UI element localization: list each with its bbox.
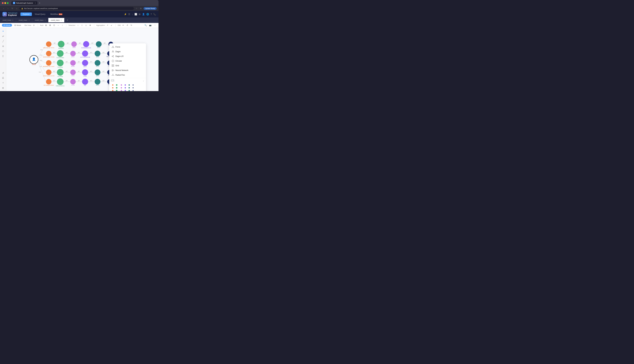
sidebar-shape-icon[interactable]: ⬡ xyxy=(1,49,5,53)
edit-btn-3[interactable]: ↻ xyxy=(130,24,133,27)
layout-dagre-lr[interactable]: Dagre-LR xyxy=(109,54,146,59)
share-button[interactable]: ↑ xyxy=(153,24,157,27)
sidebar-help-icon[interactable]: ? xyxy=(1,81,5,85)
nav-visual-query[interactable]: Visual Query xyxy=(32,12,48,16)
minimize-button[interactable] xyxy=(4,2,6,4)
refresh-button[interactable]: ↻ xyxy=(10,7,14,10)
node-county4[interactable] xyxy=(82,69,88,75)
detection-btn-3[interactable]: ◇ xyxy=(84,24,88,27)
node-city4[interactable] xyxy=(95,70,100,75)
back-button[interactable]: ‹ xyxy=(2,7,5,10)
nav-explorer[interactable]: Explorer xyxy=(20,12,32,16)
auto-btn-1[interactable]: ⊞ xyxy=(44,24,48,27)
node-city2[interactable] xyxy=(95,51,100,56)
layout-force[interactable]: Force xyxy=(109,44,146,49)
detection-btn-4[interactable]: ⊗ xyxy=(88,24,92,27)
node-town1[interactable] xyxy=(71,41,77,47)
node-town2[interactable] xyxy=(70,51,76,56)
browser-tab-nebula[interactable]: N NebulaGraph Explorer ✕ xyxy=(12,1,38,5)
tab-3[interactable]: covid_trace ✕ xyxy=(32,18,48,22)
layout-circular[interactable]: Circular xyxy=(109,59,146,63)
node-county1[interactable] xyxy=(83,41,89,47)
schema-icon[interactable]: ⚡ xyxy=(124,13,127,16)
node-addr3[interactable] xyxy=(46,60,52,66)
auto-btn-3[interactable]: ⊡ xyxy=(52,24,56,27)
export-icon[interactable]: ⬜ xyxy=(134,13,137,16)
globe-icon[interactable]: 🌐 xyxy=(146,13,149,16)
tab-2[interactable]: covid_trace ✕ xyxy=(16,18,32,22)
node-city1[interactable] xyxy=(96,41,102,47)
tab-4[interactable]: covid_trace ✕ xyxy=(48,18,64,22)
svg-text:属于: 属于 xyxy=(90,80,92,81)
phone-icon[interactable]: 📞 xyxy=(153,13,156,16)
edit-btn-2[interactable]: ↺ xyxy=(126,24,129,27)
sidebar-edge-icon[interactable]: ╱ xyxy=(1,39,5,43)
node-addr1[interactable] xyxy=(46,41,52,47)
node-county2[interactable] xyxy=(82,50,88,56)
help-icon[interactable]: ? xyxy=(150,13,152,16)
auto-btn-5[interactable]: ↕ xyxy=(60,24,64,27)
node-village1[interactable] xyxy=(58,41,64,48)
edit-btn-1[interactable]: ✏ xyxy=(122,24,125,27)
canvas-area[interactable]: 👤 李桂来 到访 丰都北京路J座 725701 属于 普莫村委会 属于 汤都乡 xyxy=(6,28,158,91)
layout-grid[interactable]: Grid xyxy=(109,63,146,68)
maximize-button[interactable] xyxy=(7,2,8,4)
extensions-icon[interactable]: ⚙ xyxy=(139,7,142,10)
node-town5[interactable] xyxy=(70,79,76,84)
tab-2-close[interactable]: ✕ xyxy=(28,19,30,21)
update-button[interactable]: Update Ready xyxy=(144,7,157,10)
layout-icon[interactable]: ⊞ xyxy=(139,13,140,16)
auto-btn-2[interactable]: ⊠ xyxy=(48,24,52,27)
detection-btn-2[interactable]: □ xyxy=(80,24,84,27)
node-village3[interactable] xyxy=(57,60,64,66)
home-button[interactable]: ⌂ xyxy=(15,7,18,10)
tab-1-close[interactable]: ✕ xyxy=(12,19,14,21)
sidebar-share-icon[interactable]: ⇄ xyxy=(1,34,5,38)
close-button[interactable] xyxy=(2,2,4,4)
layout-neural-network[interactable]: Neural Network xyxy=(109,68,146,73)
aggregation-btn-2[interactable]: ↙ xyxy=(110,24,113,27)
camera-button[interactable]: 📷 xyxy=(148,24,152,27)
node-village4[interactable] xyxy=(57,69,64,76)
aggregation-btn-1[interactable]: ↗ xyxy=(106,24,109,27)
sidebar-list-icon[interactable]: ☰ xyxy=(1,76,5,80)
node-village5[interactable] xyxy=(57,78,64,85)
node-addr4[interactable] xyxy=(46,70,52,75)
new-tab-button[interactable]: + xyxy=(38,2,41,4)
node-village2[interactable] xyxy=(57,50,64,57)
nav-workflow[interactable]: Workflow Beta xyxy=(48,12,65,16)
node-city5[interactable] xyxy=(95,79,100,84)
svg-point-127 xyxy=(113,75,113,75)
sidebar-node-icon[interactable]: ⊚ xyxy=(1,44,5,48)
layout-radial-flex[interactable]: Radial-Flex xyxy=(109,73,146,77)
search-button[interactable]: 🔍 xyxy=(144,24,147,27)
address-bar[interactable]: 🔒 Not Secure explorer.vesoft-inc.com/exp… xyxy=(19,7,134,10)
tab-4-close[interactable]: ✕ xyxy=(60,19,62,21)
console-icon[interactable]: ☰ xyxy=(128,13,130,16)
sidebar-settings-icon[interactable]: ⚙ xyxy=(1,86,5,90)
layout-dagre[interactable]: Dagre xyxy=(109,49,146,54)
3d-mode-button[interactable]: 3D Mode xyxy=(13,24,23,27)
node-county3[interactable] xyxy=(82,60,88,66)
tab-1[interactable]: covid_trace ✕ xyxy=(0,18,16,22)
tab-3-close[interactable]: ✕ xyxy=(44,19,46,21)
node-addr5[interactable] xyxy=(46,79,52,84)
sidebar-history-icon[interactable]: ↺ xyxy=(1,71,5,75)
bird-view-toggle[interactable]: ⊙ xyxy=(32,24,36,27)
node-county5[interactable] xyxy=(82,78,88,85)
2d-mode-button[interactable]: 2D Mode xyxy=(2,24,12,27)
add-tab-button[interactable]: + xyxy=(64,18,70,23)
node-city3[interactable] xyxy=(95,60,100,66)
user-icon[interactable]: 👤 xyxy=(142,13,145,16)
auto-btn-4[interactable]: ↔ xyxy=(56,24,60,27)
sidebar-sigma-icon[interactable]: Σ xyxy=(1,54,5,58)
download-icon[interactable]: ↓ xyxy=(132,13,133,16)
forward-button[interactable]: › xyxy=(6,7,10,10)
node-town3[interactable] xyxy=(70,60,76,66)
node-town4[interactable] xyxy=(70,70,76,75)
node-addr2[interactable] xyxy=(46,51,52,56)
bookmark-icon[interactable]: ☆ xyxy=(135,7,138,10)
tab-close-icon[interactable]: ✕ xyxy=(35,2,36,4)
sidebar-graph-icon[interactable]: ✦ xyxy=(1,29,5,33)
detection-btn-1[interactable]: ○ xyxy=(76,24,80,27)
